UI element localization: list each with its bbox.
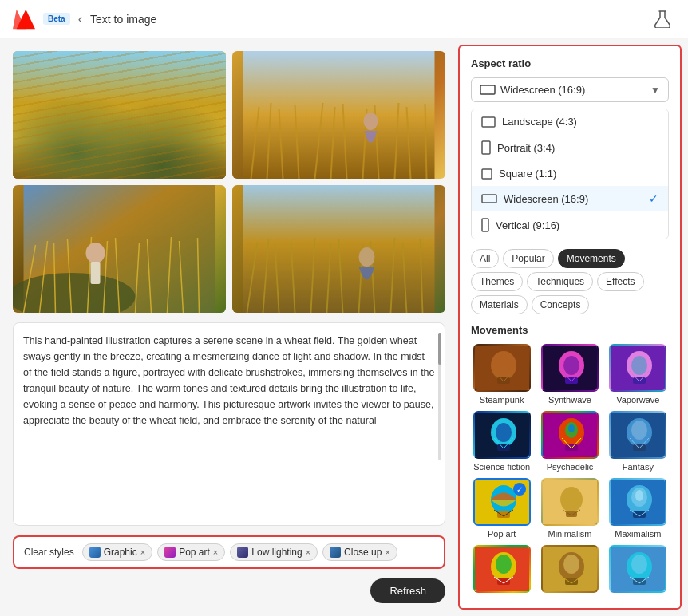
adobe-logo-icon bbox=[13, 8, 35, 30]
style-thumb-row4c bbox=[609, 545, 666, 593]
description-panel: This hand-painted illustration captures … bbox=[13, 322, 445, 526]
style-item-minimalism[interactable]: Minimalism bbox=[539, 478, 600, 539]
style-label-maximalism: Maximalism bbox=[615, 529, 661, 539]
maximalism-balloon-svg bbox=[611, 480, 666, 526]
generated-image-2[interactable] bbox=[232, 51, 445, 179]
aspect-option-portrait[interactable]: Portrait (3:4) bbox=[472, 134, 668, 161]
filter-tab-popular[interactable]: Popular bbox=[503, 249, 553, 268]
back-button[interactable]: ‹ bbox=[78, 12, 82, 26]
style-item-popart[interactable]: ✓ Pop art bbox=[471, 478, 532, 539]
svg-line-3 bbox=[56, 107, 64, 179]
style-item-synthwave[interactable]: Synthwave bbox=[539, 344, 600, 405]
svg-rect-116 bbox=[633, 511, 646, 518]
svg-point-133 bbox=[631, 555, 647, 574]
right-panel: Aspect ratio Widescreen (16:9) ▼ bbox=[458, 45, 682, 610]
aspect-option-vertical[interactable]: Vertical (9:16) bbox=[472, 211, 668, 239]
svg-rect-122 bbox=[497, 578, 510, 585]
svg-rect-109 bbox=[566, 511, 577, 517]
svg-point-28 bbox=[364, 113, 378, 130]
generated-image-4[interactable] bbox=[232, 185, 445, 313]
svg-line-8 bbox=[136, 115, 140, 179]
refresh-button[interactable]: Refresh bbox=[370, 578, 445, 603]
style-thumb-row4a bbox=[473, 545, 531, 593]
filter-tab-movements[interactable]: Movements bbox=[558, 249, 625, 268]
tag-lowlighting[interactable]: Low lighting × bbox=[230, 543, 318, 561]
aspect-option-landscape[interactable]: Landscape (4:3) bbox=[472, 109, 668, 134]
image-grid bbox=[13, 51, 445, 313]
aspect-option-widescreen[interactable]: Widescreen (16:9) ✓ bbox=[472, 186, 668, 211]
aspect-option-square[interactable]: Square (1:1) bbox=[472, 161, 668, 186]
svg-point-1 bbox=[24, 139, 215, 179]
tag-lowlighting-close[interactable]: × bbox=[306, 547, 310, 557]
option-square-label: Square (1:1) bbox=[499, 168, 556, 180]
style-item-fantasy[interactable]: Fantasy bbox=[607, 411, 669, 472]
svg-rect-59 bbox=[480, 85, 495, 94]
tag-graphic[interactable]: Graphic × bbox=[82, 543, 152, 561]
style-item-steampunk[interactable]: Steampunk bbox=[471, 344, 532, 405]
psychedelic-balloon-svg bbox=[543, 413, 599, 459]
popart-selected-check: ✓ bbox=[513, 483, 526, 496]
style-item-psychedelic[interactable]: Psychedelic bbox=[539, 411, 600, 472]
filter-tab-materials[interactable]: Materials bbox=[471, 295, 528, 314]
dropdown-left: Widescreen (16:9) bbox=[480, 84, 585, 96]
svg-point-108 bbox=[560, 487, 583, 512]
style-item-vaporwave[interactable]: Vaporwave bbox=[607, 344, 669, 405]
option-vertical-left: Vertical (9:16) bbox=[481, 218, 559, 232]
style-item-row4a[interactable] bbox=[471, 545, 532, 596]
tag-closeup[interactable]: Close up × bbox=[322, 543, 397, 561]
svg-rect-104 bbox=[497, 511, 510, 518]
clear-styles-button[interactable]: Clear styles bbox=[21, 543, 77, 561]
filter-tab-effects[interactable]: Effects bbox=[597, 272, 643, 291]
wheat-image-svg-3 bbox=[13, 185, 226, 313]
wheat-image-svg-4 bbox=[232, 185, 445, 313]
option-square-left: Square (1:1) bbox=[481, 168, 556, 180]
closeup-icon bbox=[330, 547, 341, 558]
style-thumb-popart: ✓ bbox=[473, 478, 531, 526]
style-thumb-fantasy bbox=[609, 411, 666, 459]
generated-image-1[interactable] bbox=[13, 51, 226, 179]
text-scrollbar[interactable] bbox=[438, 333, 441, 460]
svg-rect-63 bbox=[482, 195, 496, 203]
aspect-ratio-title: Aspect ratio bbox=[471, 57, 669, 69]
style-label-minimalism: Minimalism bbox=[548, 529, 591, 539]
svg-point-58 bbox=[359, 247, 375, 267]
lab-icon[interactable] bbox=[650, 6, 675, 32]
style-thumb-psychedelic bbox=[541, 411, 599, 459]
option-landscape-left: Landscape (4:3) bbox=[481, 116, 577, 128]
wheat-image-svg-1 bbox=[13, 51, 226, 179]
bottom-actions: Refresh bbox=[13, 578, 445, 603]
style-thumb-row4b bbox=[541, 545, 599, 593]
style-thumb-synthwave bbox=[541, 344, 599, 392]
style-label-psychedelic: Psychedelic bbox=[547, 462, 594, 472]
header-left: Beta ‹ Text to image bbox=[13, 8, 156, 30]
svg-line-9 bbox=[148, 107, 152, 179]
tag-popart-close[interactable]: × bbox=[213, 547, 218, 557]
row4a-balloon-svg bbox=[475, 547, 531, 593]
option-widescreen-left: Widescreen (16:9) bbox=[481, 193, 588, 205]
svg-point-43 bbox=[86, 243, 105, 263]
style-label-vaporwave: Vaporwave bbox=[616, 395, 659, 405]
generated-image-3[interactable] bbox=[13, 185, 226, 313]
style-thumb-steampunk bbox=[473, 344, 531, 392]
style-item-row4c[interactable] bbox=[607, 545, 669, 596]
aspect-ratio-dropdown[interactable]: Widescreen (16:9) ▼ bbox=[471, 77, 669, 102]
dropdown-selected-label: Widescreen (16:9) bbox=[500, 84, 585, 96]
option-widescreen-label: Widescreen (16:9) bbox=[504, 193, 588, 205]
tag-closeup-close[interactable]: × bbox=[385, 547, 389, 557]
text-scrollbar-thumb bbox=[438, 333, 441, 365]
style-item-maximalism[interactable]: Maximalism bbox=[607, 478, 669, 539]
filter-tab-all[interactable]: All bbox=[471, 249, 499, 268]
scifi-balloon-svg bbox=[475, 413, 531, 459]
svg-point-121 bbox=[496, 555, 512, 574]
option-portrait-label: Portrait (3:4) bbox=[497, 142, 555, 154]
tag-popart[interactable]: Pop art × bbox=[157, 543, 225, 561]
style-item-scifi[interactable]: Science fiction bbox=[471, 411, 532, 472]
filter-tab-themes[interactable]: Themes bbox=[471, 272, 523, 291]
svg-rect-61 bbox=[482, 141, 490, 154]
svg-point-127 bbox=[563, 555, 579, 574]
right-panel-scroll[interactable]: Aspect ratio Widescreen (16:9) ▼ bbox=[460, 46, 680, 608]
filter-tab-concepts[interactable]: Concepts bbox=[532, 295, 590, 314]
style-item-row4b[interactable] bbox=[539, 545, 600, 596]
filter-tab-techniques[interactable]: Techniques bbox=[527, 272, 593, 291]
tag-graphic-close[interactable]: × bbox=[140, 547, 145, 557]
